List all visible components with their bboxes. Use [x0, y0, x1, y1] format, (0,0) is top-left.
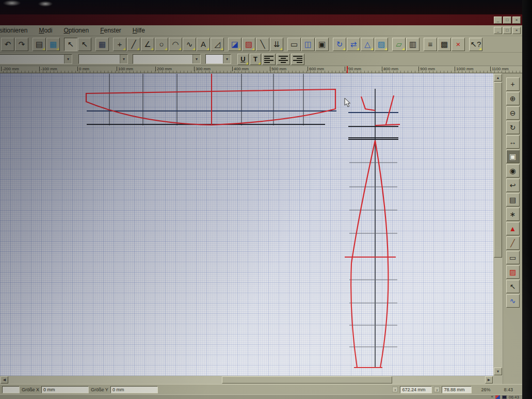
dimension-tool-icon[interactable]: ◿ — [211, 38, 224, 51]
hull-plan-view[interactable] — [351, 140, 388, 368]
import-icon[interactable]: ▱ — [392, 38, 406, 51]
status-left-field[interactable] — [2, 386, 20, 393]
line-tool-icon[interactable]: ╱ — [127, 38, 140, 51]
pan-icon[interactable]: + — [506, 77, 520, 91]
vertical-scroll-thumb[interactable] — [494, 82, 502, 258]
undo-icon[interactable]: ↶ — [1, 38, 14, 51]
redo-icon[interactable]: ↷ — [15, 38, 28, 51]
text-tool-icon[interactable]: A — [197, 38, 210, 51]
select-rect-icon[interactable]: ▭ — [287, 38, 301, 51]
hull-section-left[interactable] — [361, 97, 375, 110]
format-combo-4: ▾ — [205, 54, 231, 64]
point-tool-icon[interactable]: + — [113, 38, 126, 51]
hatch-icon[interactable]: ▨ — [506, 265, 520, 279]
align-right-button[interactable] — [291, 54, 304, 65]
format-combo-4-value[interactable] — [206, 55, 223, 63]
polyline-tool-icon[interactable]: ∠ — [141, 38, 154, 51]
zoom-out-icon[interactable]: ⊖ — [506, 106, 520, 120]
format-combo-2-dropdown-arrow-icon[interactable]: ▾ — [120, 55, 127, 63]
hull-drawing — [0, 73, 493, 376]
zoom-ratio-icon[interactable]: ◉ — [506, 164, 520, 178]
redraw-page-icon[interactable]: ∗ — [506, 208, 520, 221]
vertical-scrollbar[interactable]: ▲ ▼ — [493, 73, 503, 376]
zoom-object-icon[interactable]: ▨ — [375, 38, 388, 51]
format-combo-1-dropdown-arrow-icon[interactable]: ▾ — [64, 55, 72, 63]
fit-screen-icon[interactable]: ▣ — [506, 150, 520, 163]
horizontal-scrollbar[interactable]: ◀ ▶ — [0, 376, 493, 384]
bitmap-preview-icon[interactable]: ▦ — [46, 38, 60, 51]
drawing-canvas[interactable] — [0, 73, 493, 376]
menu-item-fenster[interactable]: Fenster — [100, 27, 121, 34]
layer-icon[interactable]: ▲ — [506, 222, 520, 235]
status-bar: Größe X 0 mm Größe Y 0 mm x 672.24 mm y … — [0, 384, 522, 394]
group-object-icon[interactable]: ▣ — [315, 38, 329, 51]
select-cursor-icon[interactable]: ↖ — [64, 38, 77, 51]
tray-overflow-icon[interactable]: « — [491, 395, 493, 399]
previous-view-icon[interactable]: ↩ — [506, 179, 520, 192]
cascade-windows-icon[interactable]: ▩ — [438, 38, 451, 51]
curve-tool-icon[interactable]: ∿ — [183, 38, 196, 51]
app-close-button[interactable]: × — [512, 17, 521, 24]
hull-side-view[interactable] — [86, 89, 335, 125]
tray-language-icon[interactable] — [495, 395, 500, 399]
table-icon[interactable]: ▦ — [95, 38, 109, 51]
line-style-icon[interactable]: ╲ — [256, 38, 269, 51]
paste-object-icon[interactable]: ◫ — [301, 38, 315, 51]
mirror-object-icon[interactable]: △ — [361, 38, 374, 51]
windows-taskbar[interactable]: « 06:43 — [0, 394, 522, 399]
format-combo-3-dropdown-arrow-icon[interactable]: ▾ — [192, 55, 200, 63]
rotate-object-icon[interactable]: ↻ — [333, 38, 346, 51]
circle-tool-icon[interactable]: ○ — [155, 38, 168, 51]
title-bar: _□× — [0, 14, 522, 25]
move-object-icon[interactable]: ⇄ — [347, 38, 360, 51]
format-combo-2: ▾ — [78, 54, 128, 64]
edit-cursor-icon[interactable]: ↖ — [78, 38, 91, 51]
point-style-icon[interactable]: ⇊ — [270, 38, 283, 51]
align-center-button[interactable] — [277, 54, 290, 65]
main-toolbar: ↶↷▤▦↖↖▦+╱∠○◠∿A◿◪▨╲⇊▭◫▣↻⇄△▨▱▥≡▩×↖? — [0, 36, 522, 53]
menu-item-optionen[interactable]: Optionen — [63, 27, 89, 34]
underline-button[interactable]: U — [237, 54, 249, 65]
pointer-icon[interactable]: ↖ — [506, 280, 520, 293]
doc-minimize-button[interactable]: _ — [494, 27, 502, 34]
align-left-button[interactable] — [262, 54, 276, 65]
format-combo-1-value[interactable] — [0, 55, 64, 63]
size-x-field[interactable]: 0 mm — [41, 386, 89, 393]
snap-icon[interactable]: ∿ — [506, 294, 520, 308]
copy-page-icon[interactable]: ▥ — [406, 38, 420, 51]
horizontal-scroll-thumb[interactable] — [222, 376, 392, 384]
zoom-in-icon[interactable]: ⊕ — [506, 92, 520, 105]
delete-page-icon[interactable]: × — [452, 38, 465, 51]
size-y-field[interactable]: 0 mm — [110, 386, 158, 393]
page-setup-icon[interactable]: ▤ — [506, 193, 520, 206]
format-combo-2-value[interactable] — [79, 55, 120, 63]
scroll-left-button[interactable]: ◀ — [1, 376, 8, 384]
menu-item-positionieren[interactable]: Positionieren — [0, 27, 27, 34]
ruler-cursor-mark — [347, 66, 348, 73]
doc-restore-button[interactable]: □ — [503, 27, 511, 34]
app-restore-button[interactable]: □ — [503, 17, 511, 24]
hull-section-right[interactable] — [386, 95, 394, 124]
arc-tool-icon[interactable]: ◠ — [169, 38, 182, 51]
pen-settings-icon[interactable]: ╱ — [506, 236, 520, 250]
doc-close-button[interactable]: × — [512, 27, 521, 34]
ruler-label: 900 mm — [418, 67, 435, 71]
page-list-icon[interactable]: ≡ — [424, 38, 437, 51]
format-combo-4-dropdown-arrow-icon[interactable]: ▾ — [223, 55, 231, 63]
menu-item-modi[interactable]: Modi — [39, 27, 52, 34]
context-help-icon[interactable]: ↖? — [469, 38, 482, 51]
select-region-icon[interactable]: ▭ — [506, 251, 520, 264]
format-combo-3-value[interactable] — [133, 55, 192, 63]
scroll-down-button[interactable]: ▼ — [494, 368, 502, 375]
hatch-style-icon[interactable]: ▨ — [242, 38, 255, 51]
scroll-up-button[interactable]: ▲ — [494, 74, 502, 82]
fill-style-icon[interactable]: ◪ — [228, 38, 241, 51]
scroll-right-button[interactable]: ▶ — [485, 376, 493, 384]
menu-item-hilfe[interactable]: Hilfe — [133, 27, 145, 34]
scene-preview-icon[interactable]: ▤ — [33, 38, 46, 51]
fit-width-icon[interactable]: ↔ — [506, 135, 520, 149]
tray-app-icon[interactable] — [502, 395, 507, 399]
redraw-icon[interactable]: ↻ — [506, 121, 520, 134]
app-minimize-button[interactable]: _ — [494, 17, 502, 24]
text-style-button[interactable]: T — [250, 54, 261, 65]
